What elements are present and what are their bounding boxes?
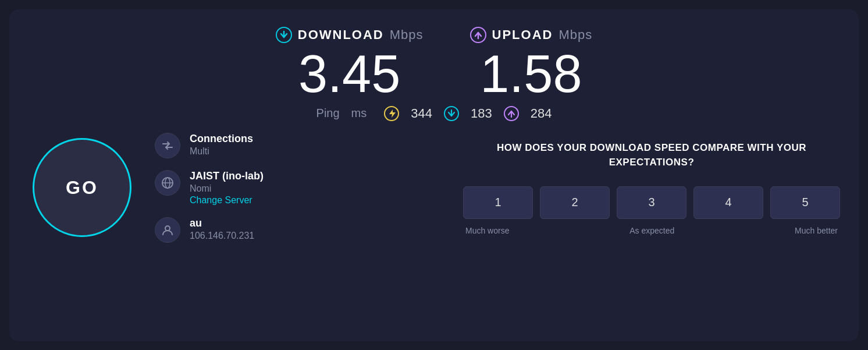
rating-btn-1[interactable]: 1: [463, 186, 533, 219]
server-location: Nomi: [190, 183, 264, 194]
server-item: JAIST (ino-lab) Nomi Change Server: [155, 170, 264, 206]
rating-btn-5[interactable]: 5: [770, 186, 840, 219]
download-block: DOWNLOAD Mbps 3.45: [276, 27, 424, 100]
user-icon: [161, 224, 174, 236]
upload-icon: [470, 27, 486, 43]
right-panel: HOW DOES YOUR DOWNLOAD SPEED COMPARE WIT…: [428, 133, 840, 243]
ping-label: Ping: [316, 107, 340, 120]
server-text: JAIST (ino-lab) Nomi Change Server: [190, 170, 264, 206]
rating-labels: Much worse As expected Much better: [463, 226, 840, 235]
isp-title: au: [190, 217, 254, 229]
ip-address: 106.146.70.231: [190, 231, 254, 241]
rating-btn-2[interactable]: 2: [540, 186, 610, 219]
change-server-link[interactable]: Change Server: [190, 195, 264, 206]
ping-upload-icon: [504, 106, 519, 121]
ping-download-icon: [444, 106, 459, 121]
ping-upload-value: 284: [531, 106, 552, 121]
rating-label-left: Much worse: [465, 226, 509, 235]
left-panel: GO Connections M: [33, 133, 428, 243]
jitter-icon: [384, 106, 399, 121]
isp-text: au 106.146.70.231: [190, 217, 254, 241]
server-icon-wrapper: [155, 170, 180, 196]
upload-label: UPLOAD: [492, 27, 553, 43]
jitter-value: 344: [411, 106, 432, 121]
rating-question: HOW DOES YOUR DOWNLOAD SPEED COMPARE WIT…: [463, 140, 840, 170]
upload-value: 1.58: [480, 48, 582, 100]
info-panel: Connections Multi JAIST (ino-lab): [155, 133, 264, 243]
ping-download-value: 183: [471, 106, 492, 121]
server-title: JAIST (ino-lab): [190, 170, 264, 182]
go-button-wrapper: GO: [33, 138, 131, 237]
isp-item: au 106.146.70.231: [155, 217, 264, 243]
download-icon: [276, 27, 292, 43]
speeds-section: DOWNLOAD Mbps 3.45 UPLOAD Mbps 1.58: [33, 27, 835, 100]
bottom-section: GO Connections M: [33, 133, 835, 243]
download-value: 3.45: [298, 48, 400, 100]
rating-label-middle: As expected: [629, 226, 674, 235]
connections-text: Connections Multi: [190, 133, 253, 157]
connections-icon: [161, 139, 174, 152]
connections-icon-wrapper: [155, 133, 180, 158]
connections-value: Multi: [190, 146, 253, 157]
upload-unit: Mbps: [558, 27, 592, 43]
main-container: DOWNLOAD Mbps 3.45 UPLOAD Mbps 1.58 Ping…: [9, 9, 859, 341]
upload-label-row: UPLOAD Mbps: [470, 27, 593, 43]
ping-unit: ms: [351, 107, 367, 120]
ping-row: Ping ms 344 183 284: [33, 106, 835, 121]
download-label: DOWNLOAD: [298, 27, 384, 43]
connections-item: Connections Multi: [155, 133, 264, 158]
download-label-row: DOWNLOAD Mbps: [276, 27, 424, 43]
rating-buttons: 1 2 3 4 5: [463, 186, 840, 219]
svg-point-14: [165, 226, 170, 231]
upload-block: UPLOAD Mbps 1.58: [470, 27, 593, 100]
download-unit: Mbps: [390, 27, 424, 43]
go-button[interactable]: GO: [33, 138, 131, 237]
isp-icon-wrapper: [155, 217, 180, 243]
rating-label-right: Much better: [795, 226, 838, 235]
connections-title: Connections: [190, 133, 253, 145]
globe-icon: [161, 176, 174, 189]
rating-btn-3[interactable]: 3: [617, 186, 686, 219]
rating-btn-4[interactable]: 4: [693, 186, 763, 219]
